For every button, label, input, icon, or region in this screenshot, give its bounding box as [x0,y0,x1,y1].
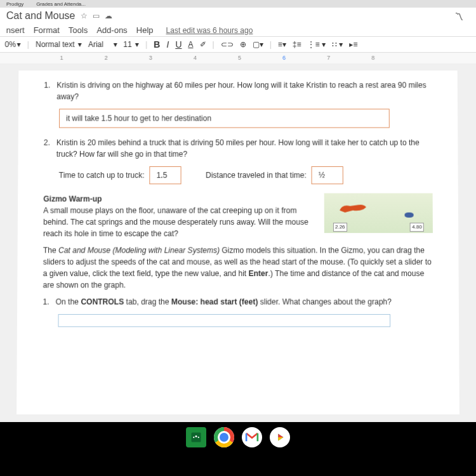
cloud-icon[interactable]: ☁ [104,11,112,20]
q1-number: 1. [44,79,50,102]
spacing-button[interactable]: ‡≡ [293,40,301,49]
menu-addons[interactable]: Add-ons [96,25,128,35]
doc-title[interactable]: Cat and Mouse [6,10,76,22]
zoom-select[interactable]: 0% ▾ [5,40,21,49]
gizmo-description: The Cat and Mouse (Modeling with Linear … [43,244,433,291]
menu-help[interactable]: Help [136,25,154,35]
indent-button[interactable]: ▸≡ [349,40,357,49]
gizmo-image: 2.26 4.80 [324,193,433,233]
ruler: 1 2 3 4 5 6 7 8 [0,53,476,64]
answer-box-3[interactable] [58,314,390,327]
svg-point-3 [198,437,199,438]
highlight-button[interactable]: ✐ [199,40,206,49]
q3-text: On the CONTROLS tab, drag the Mouse: hea… [56,296,392,307]
q2b-input[interactable]: ½ [312,166,343,184]
page[interactable]: 1. Kristin is driving on the highway at … [17,70,459,414]
italic-button[interactable]: I [166,39,169,50]
svg-point-1 [195,435,197,437]
q2-text: Kristin is 20 miles behind a truck that … [56,137,433,160]
star-icon[interactable]: ☆ [80,11,87,20]
list-button[interactable]: ⋮≡ ▾ [308,40,326,49]
menu-format[interactable]: Format [34,25,60,35]
menu-insert[interactable]: nsert [6,25,25,35]
underline-button[interactable]: U [175,39,182,50]
cat-icon [337,200,369,216]
bold-button[interactable]: B [154,39,160,50]
toolbar: 0% ▾ | Normal text ▾ Arial ▾ 11 ▾ | B I … [0,36,476,53]
mouse-icon [405,213,414,218]
style-select[interactable]: Normal text ▾ [36,40,82,49]
textcolor-button[interactable]: A [188,40,193,49]
font-select[interactable]: Arial ▾ [88,40,117,49]
menu-tools[interactable]: Tools [69,25,88,35]
trend-icon[interactable]: 〽 [454,11,463,22]
warmup-title: Gizmo Warm-up [43,193,315,204]
img-label-2: 4.80 [410,223,424,232]
img-label-1: 2.26 [333,223,347,232]
answer-box-1[interactable]: it will take 1.5 hour to get to her dest… [59,109,389,128]
q3-number: 1. [43,296,49,307]
svg-point-2 [193,437,194,438]
q1-text: Kristin is driving on the highway at 60 … [56,79,432,102]
classroom-icon[interactable] [186,427,206,447]
q2a-input[interactable]: 1.5 [150,166,182,184]
taskbar [0,422,476,476]
move-icon[interactable]: ▭ [92,11,99,20]
gmail-icon[interactable] [242,427,262,447]
q2-number: 2. [44,137,50,160]
link-button[interactable]: ⊂⊃ [221,40,234,49]
browser-tabs: Prodigy Grades and Attenda... [0,0,476,8]
play-icon[interactable] [270,427,290,447]
comment-button[interactable]: ⊕ [240,40,246,49]
q2b-label: Distance traveled in that time: [206,169,307,181]
document-area[interactable]: 1. Kristin is driving on the highway at … [0,64,476,427]
menubar: nsert Format Tools Add-ons Help Last edi… [0,24,476,36]
warmup-text: A small mouse plays on the floor, unawar… [43,205,315,240]
last-edit-link[interactable]: Last edit was 6 hours ago [166,26,253,35]
tab-grades[interactable]: Grades and Attenda... [36,1,86,6]
chrome-icon[interactable] [214,427,234,447]
bullet-button[interactable]: ∷ ▾ [332,40,343,49]
align-button[interactable]: ≡▾ [278,40,286,49]
doc-titlebar: Cat and Mouse ☆ ▭ ☁ 〽 [0,8,476,24]
image-button[interactable]: ▢▾ [253,40,263,49]
q2a-label: Time to catch up to truck: [59,169,145,181]
size-select[interactable]: 11 ▾ [123,40,139,49]
tab-prodigy[interactable]: Prodigy [6,1,23,6]
